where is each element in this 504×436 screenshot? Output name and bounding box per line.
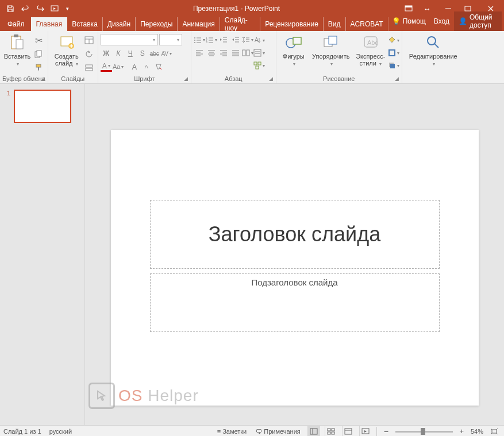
layout-icon[interactable] [83,34,95,47]
zoom-slider-thumb[interactable] [421,428,425,435]
subtitle-placeholder[interactable]: Подзаголовок слайда [150,273,440,332]
tab-acrobat[interactable]: ACROBAT [345,17,388,31]
group-label-drawing: Рисование [279,75,399,83]
reset-icon[interactable] [83,48,95,60]
char-spacing-button[interactable]: AV [161,48,172,59]
change-case-button[interactable]: Aa [113,61,124,72]
redo-icon[interactable] [33,2,47,16]
signin-link[interactable]: Вход [430,17,453,25]
font-color-button[interactable]: A [101,61,112,72]
align-text-icon[interactable] [253,47,265,59]
shrink-font-button[interactable]: A [141,61,152,72]
fit-to-window-icon[interactable] [488,426,501,436]
align-right-icon[interactable] [218,47,229,59]
shape-outline-icon[interactable] [388,47,399,59]
notes-label: Заметки [222,428,247,435]
tab-review[interactable]: Рецензирование [260,17,324,31]
dialog-launcher-icon[interactable]: ◢ [394,75,401,82]
tab-animations[interactable]: Анимация [177,17,220,31]
decrease-indent-icon[interactable] [218,34,229,45]
sorter-view-icon[interactable] [325,426,337,436]
tell-me[interactable]: 💡Помощ [388,17,429,25]
thumbnail-item[interactable]: 1 [7,90,78,123]
slideshow-view-icon[interactable] [359,426,372,436]
arrange-label: Упорядочить [312,53,349,60]
bullets-icon[interactable] [194,34,205,45]
tab-design[interactable]: Дизайн [102,17,136,31]
svg-rect-81 [345,429,352,434]
language-indicator[interactable]: русский [49,428,72,435]
font-name-combo[interactable]: ▾ [101,34,158,45]
svg-rect-84 [492,430,497,433]
editing-button[interactable]: Редактирование [405,32,462,67]
justify-icon[interactable] [230,47,241,59]
zoom-out-button[interactable]: − [382,427,391,436]
svg-point-18 [194,37,195,38]
chevron-down-icon [329,60,333,67]
format-painter-icon[interactable] [32,61,45,74]
underline-button[interactable]: Ч [125,48,136,59]
thumbnail-pane[interactable]: 1 [0,84,85,425]
zoom-in-button[interactable]: + [457,427,466,435]
increase-indent-icon[interactable] [230,34,241,45]
cut-icon[interactable]: ✂ [32,34,45,47]
share-button[interactable]: 👤Общий доступ [454,11,502,31]
text-direction-icon[interactable]: A [253,34,265,46]
arrange-button[interactable]: Упорядочить [309,32,353,67]
strikethrough-button[interactable]: abc [149,48,160,59]
new-slide-button[interactable]: Создать слайд [51,32,83,67]
tab-transitions[interactable]: Переходы [135,17,178,31]
font-size-combo[interactable]: ▾ [159,34,182,45]
slide-counter[interactable]: Слайд 1 из 1 [3,428,41,435]
tab-slideshow[interactable]: Слайд-шоу [220,17,260,31]
qat-customize-icon[interactable]: ▾ [63,2,71,16]
notes-button[interactable]: ≡Заметки [215,428,249,435]
svg-text:A: A [255,37,259,43]
paste-button[interactable]: Вставить [2,32,32,67]
undo-icon[interactable] [18,2,32,16]
shapes-button[interactable]: Фигуры [279,32,309,67]
start-from-beginning-icon[interactable] [48,2,62,16]
tab-home[interactable]: Главная [31,17,68,31]
comments-button[interactable]: 🗨Примечания [253,428,303,435]
dialog-launcher-icon[interactable]: ◢ [268,75,275,82]
copy-icon[interactable] [32,48,45,60]
smartart-icon[interactable] [253,60,265,71]
thumbnail-preview[interactable] [14,90,71,123]
zoom-percent[interactable]: 54% [471,428,483,435]
align-center-icon[interactable] [206,47,217,59]
chevron-down-icon [75,60,78,67]
tab-file[interactable]: Файл [2,17,32,31]
align-left-icon[interactable] [194,47,205,59]
slide-canvas[interactable]: Заголовок слайда Подзаголовок слайда [111,130,479,406]
title-placeholder[interactable]: Заголовок слайда [150,200,440,269]
line-spacing-icon[interactable] [242,34,253,45]
ribbon: Вставить ✂ Буфер обмена ◢ Создать слайд [0,31,504,84]
shadow-button[interactable]: S [137,48,148,59]
grow-font-button[interactable]: A [129,61,140,72]
columns-icon[interactable] [242,47,253,59]
normal-view-icon[interactable] [307,426,320,436]
zoom-slider[interactable] [395,431,453,433]
save-icon[interactable] [3,2,17,16]
chevron-down-icon [378,60,382,67]
tab-insert[interactable]: Вставка [67,17,103,31]
quick-styles-button[interactable]: Abc Экспресс- стили [353,32,388,67]
clear-formatting-icon[interactable] [153,61,164,72]
tab-view[interactable]: Вид [323,17,346,31]
workspace: 1 Заголовок слайда Подзаголовок слайда O… [0,84,504,425]
italic-button[interactable]: К [113,48,124,59]
shape-fill-icon[interactable] [388,34,399,46]
svg-text:Abc: Abc [367,39,378,46]
section-icon[interactable] [83,61,95,74]
reading-view-icon[interactable] [342,426,355,436]
dialog-launcher-icon[interactable]: ◢ [40,75,47,82]
shape-effects-icon[interactable] [388,60,399,71]
notes-icon: ≡ [217,428,221,435]
svg-rect-56 [247,50,249,56]
dialog-launcher-icon[interactable]: ◢ [183,75,190,82]
bold-button[interactable]: Ж [101,48,112,59]
numbering-icon[interactable]: 123 [206,34,217,45]
slide-editor[interactable]: Заголовок слайда Подзаголовок слайда OS … [85,84,504,425]
svg-rect-77 [328,429,330,431]
